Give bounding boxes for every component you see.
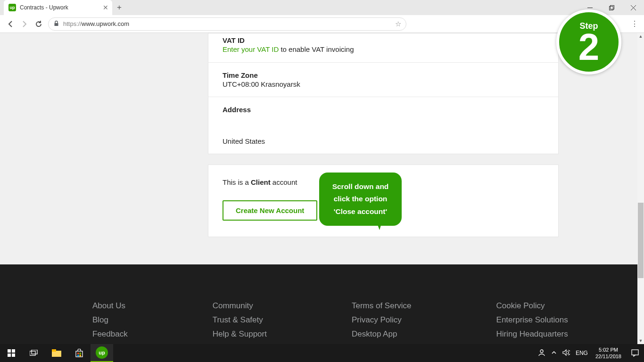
address-label: Address	[223, 106, 544, 114]
file-explorer-button[interactable]	[45, 344, 68, 362]
bookmark-star-icon[interactable]: ☆	[395, 20, 401, 28]
favicon-upwork: up	[8, 4, 16, 11]
svg-rect-14	[76, 351, 83, 357]
language-indicator[interactable]: ENG	[573, 350, 591, 356]
footer-link[interactable]: Blog	[92, 315, 128, 325]
scroll-down-icon[interactable]: ▼	[637, 337, 644, 344]
tab-title: Contracts - Upwork	[20, 4, 68, 11]
footer-link[interactable]: Trust & Safety	[213, 315, 267, 325]
upwork-icon: up	[96, 346, 108, 359]
browser-tab[interactable]: up Contracts - Upwork ✕	[4, 0, 112, 15]
address-country: United States	[223, 137, 544, 145]
svg-rect-16	[80, 353, 82, 354]
footer-link[interactable]: Hiring Headquarters	[496, 329, 568, 339]
timezone-section: Time Zone UTC+08:00 Krasnoyarsk	[208, 63, 558, 97]
svg-rect-11	[32, 350, 37, 354]
footer-link[interactable]: About Us	[92, 301, 128, 311]
footer-link[interactable]: Terms of Service	[352, 301, 412, 311]
vat-section: VAT ID Enter your VAT ID to enable VAT i…	[208, 33, 558, 63]
footer-column-3: Terms of Service Privacy Policy Desktop …	[352, 301, 412, 344]
action-center-icon[interactable]	[626, 344, 644, 362]
tray-chevron-icon[interactable]	[548, 350, 560, 357]
clock-date: 22/11/2018	[595, 353, 621, 360]
svg-rect-18	[80, 355, 82, 357]
window-close-button[interactable]	[622, 0, 644, 15]
svg-rect-5	[55, 23, 58, 26]
footer-link[interactable]: Cookie Policy	[496, 301, 568, 311]
vat-link[interactable]: Enter your VAT ID	[223, 45, 279, 53]
browser-menu-icon[interactable]: ⋮	[631, 19, 638, 28]
footer-link[interactable]: Privacy Policy	[352, 315, 412, 325]
clock-time: 5:02 PM	[595, 346, 621, 353]
page-footer: About Us Blog Feedback Community Trust &…	[0, 264, 637, 344]
taskbar-app-upwork[interactable]: up	[91, 344, 113, 362]
svg-rect-2	[610, 5, 614, 9]
store-button[interactable]	[68, 344, 91, 362]
svg-rect-13	[52, 349, 56, 352]
step-number: 2	[578, 30, 600, 64]
step-badge: Step 2	[556, 9, 621, 74]
svg-rect-15	[77, 353, 79, 354]
tooltip-tail-icon	[373, 215, 392, 234]
start-button[interactable]	[0, 344, 23, 362]
back-button[interactable]	[6, 19, 15, 29]
tab-close-icon[interactable]: ✕	[103, 4, 108, 11]
reload-button[interactable]	[34, 19, 43, 29]
timezone-value: UTC+08:00 Krasnoyarsk	[223, 80, 544, 88]
url-bar[interactable]: https://www.upwork.com ☆	[48, 17, 406, 31]
svg-rect-8	[8, 354, 11, 357]
footer-link[interactable]: Feedback	[92, 329, 128, 339]
svg-rect-20	[632, 350, 638, 355]
svg-rect-10	[30, 351, 35, 355]
task-view-button[interactable]	[23, 344, 45, 362]
scroll-up-icon[interactable]: ▲	[637, 33, 644, 40]
forward-button[interactable]	[20, 19, 29, 29]
url-text: https://www.upwork.com	[63, 20, 129, 27]
svg-rect-7	[12, 349, 15, 353]
footer-link[interactable]: Help & Support	[213, 329, 267, 339]
footer-column-2: Community Trust & Safety Help & Support	[213, 301, 267, 344]
svg-rect-17	[77, 355, 79, 357]
footer-column-4: Cookie Policy Enterprise Solutions Hirin…	[496, 301, 568, 344]
address-section: Address United States	[208, 97, 558, 154]
svg-point-19	[540, 350, 543, 353]
volume-icon[interactable]	[560, 349, 573, 357]
scrollbar-vertical[interactable]: ▲ ▼	[637, 33, 644, 344]
scroll-thumb[interactable]	[638, 203, 644, 278]
footer-link[interactable]: Enterprise Solutions	[496, 315, 568, 325]
browser-addressbar: https://www.upwork.com ☆ ⋮	[0, 15, 644, 33]
svg-rect-9	[12, 354, 15, 357]
page-viewport: VAT ID Enter your VAT ID to enable VAT i…	[0, 33, 644, 344]
windows-taskbar: up ENG 5:02 PM 22/11/2018	[0, 344, 644, 362]
browser-titlebar: up Contracts - Upwork ✕ +	[0, 0, 644, 15]
vat-label: VAT ID	[223, 36, 544, 44]
people-icon[interactable]	[535, 349, 548, 358]
svg-rect-6	[8, 349, 11, 353]
footer-column-1: About Us Blog Feedback	[92, 301, 128, 344]
secure-lock-icon	[53, 20, 59, 28]
svg-rect-1	[609, 6, 613, 10]
instruction-tooltip: Scroll down and click the option 'Close …	[319, 173, 402, 226]
settings-panel: VAT ID Enter your VAT ID to enable VAT i…	[208, 33, 559, 154]
footer-link[interactable]: Community	[213, 301, 267, 311]
system-clock[interactable]: 5:02 PM 22/11/2018	[591, 346, 626, 360]
vat-line: Enter your VAT ID to enable VAT invoicin…	[223, 45, 544, 54]
footer-link[interactable]: Desktop App	[352, 329, 412, 339]
timezone-label: Time Zone	[223, 71, 544, 79]
create-new-account-button[interactable]: Create New Account	[223, 200, 317, 221]
new-tab-button[interactable]: +	[117, 3, 122, 12]
